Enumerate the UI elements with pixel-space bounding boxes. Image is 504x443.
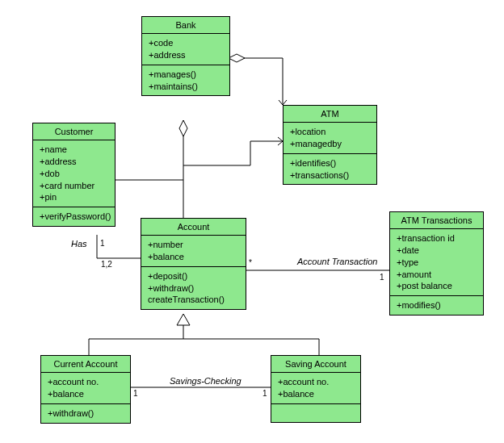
attr: +amount (397, 269, 477, 281)
class-name: Current Account (41, 356, 130, 373)
attr: +post balance (397, 280, 477, 292)
attributes: +number +balance (141, 236, 246, 267)
class-name: Saving Account (271, 356, 360, 373)
op: +manages() (149, 69, 223, 81)
uml-canvas: Bank +code +address +manages() +maintain… (0, 0, 504, 443)
attr: +name (40, 144, 108, 156)
svg-marker-5 (177, 314, 190, 325)
operations: +verifyPassword() (33, 207, 115, 226)
class-name: Account (141, 219, 246, 236)
attr: +pin (40, 191, 108, 203)
class-atm: ATM +location +managedby +identifies() +… (283, 105, 377, 185)
attr: +managedby (290, 138, 370, 150)
attr: +address (149, 49, 223, 61)
attr: +balance (48, 388, 124, 400)
op: +transactions() (290, 169, 370, 182)
attr: +address (40, 156, 108, 168)
attr: +card number (40, 180, 108, 192)
mult: 1 (262, 389, 267, 398)
attr: +type (397, 257, 477, 269)
op: +identifies() (290, 157, 370, 169)
class-name: Customer (33, 123, 115, 140)
class-bank: Bank +code +address +manages() +maintain… (141, 16, 230, 96)
class-customer: Customer +name +address +dob +card numbe… (32, 123, 116, 227)
assoc-label-has: Has (71, 239, 87, 249)
attr: +location (290, 126, 370, 138)
attributes: +account no. +balance (41, 373, 130, 404)
assoc-label-savings-checking: Savings-Checking (170, 376, 242, 386)
mult: 1 (100, 239, 105, 248)
attr: +transaction id (397, 232, 477, 244)
operations: +modifies() (390, 296, 483, 315)
attr: +account no. (278, 376, 354, 388)
op: +modifies() (397, 299, 477, 311)
class-atm-transactions: ATM Transactions +transaction id +date +… (389, 211, 484, 316)
attr: +number (148, 239, 239, 251)
operations: +manages() +maintains() (142, 65, 229, 96)
mult: 1,2 (101, 260, 112, 269)
attr: +date (397, 244, 477, 257)
attr: +balance (148, 251, 239, 263)
mult: 1 (133, 389, 138, 398)
operations: +withdraw() (41, 404, 130, 423)
operations: +identifies() +transactions() (284, 154, 376, 185)
mult: * (249, 258, 252, 267)
class-name: ATM Transactions (390, 212, 483, 229)
attributes: +transaction id +date +type +amount +pos… (390, 229, 483, 296)
attr: +account no. (48, 376, 124, 388)
class-name: Bank (142, 17, 229, 34)
attr: +dob (40, 168, 108, 180)
op: createTransaction() (148, 294, 239, 306)
operations: +deposit() +withdraw() createTransaction… (141, 267, 246, 310)
svg-marker-0 (229, 54, 245, 62)
op: +maintains() (149, 81, 223, 93)
attributes: +account no. +balance (271, 373, 360, 404)
attributes: +name +address +dob +card number +pin (33, 140, 115, 207)
assoc-label-account-transaction: Account Transaction (297, 257, 377, 266)
attributes: +code +address (142, 34, 229, 65)
op: +verifyPassword() (40, 211, 108, 223)
attributes: +location +managedby (284, 123, 376, 154)
class-account: Account +number +balance +deposit() +wit… (141, 218, 246, 310)
op: +withdraw() (48, 407, 124, 420)
attr: +balance (278, 388, 354, 400)
svg-marker-2 (179, 120, 187, 136)
class-saving-account: Saving Account +account no. +balance (271, 355, 361, 423)
class-name: ATM (284, 106, 376, 123)
attr: +code (149, 37, 223, 49)
op: +deposit() (148, 270, 239, 282)
class-current-account: Current Account +account no. +balance +w… (40, 355, 131, 424)
operations (271, 404, 360, 422)
mult: 1 (380, 273, 384, 282)
op: +withdraw() (148, 282, 239, 295)
